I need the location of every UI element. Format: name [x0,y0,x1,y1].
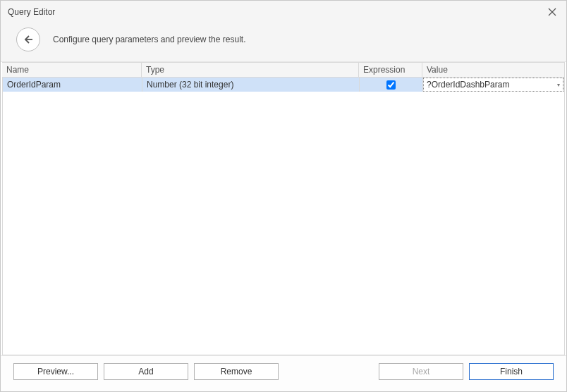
wizard-subtitle: Configure query parameters and preview t… [53,35,245,44]
titlebar: Query Editor [1,1,566,22]
parameters-grid: Name Type Expression Value OrderIdParam … [2,62,565,355]
expression-checkbox[interactable] [386,80,396,90]
close-icon [548,8,556,16]
table-row[interactable]: OrderIdParam Number (32 bit integer) ?Or… [3,78,564,92]
column-header-type[interactable]: Type [142,63,359,77]
window-title: Query Editor [8,7,55,17]
finish-button[interactable]: Finish [469,363,554,380]
cell-type[interactable]: Number (32 bit integer) [142,78,360,92]
cell-value[interactable]: ?OrderIdDashbParam ▾ [423,78,564,92]
column-header-name[interactable]: Name [2,63,142,77]
preview-button[interactable]: Preview... [13,363,98,380]
add-button[interactable]: Add [104,363,188,380]
column-header-expression[interactable]: Expression [359,63,422,77]
cell-expression[interactable] [360,78,423,92]
value-editor[interactable]: ?OrderIdDashbParam ▾ [423,78,563,92]
close-button[interactable] [545,5,559,19]
column-header-value[interactable]: Value [422,63,565,77]
grid-body[interactable]: OrderIdParam Number (32 bit integer) ?Or… [2,78,565,355]
cell-name[interactable]: OrderIdParam [3,78,142,92]
next-button: Next [379,363,463,380]
remove-button[interactable]: Remove [194,363,279,380]
spacer [284,363,373,380]
chevron-down-icon[interactable]: ▾ [557,82,560,88]
wizard-header: Configure query parameters and preview t… [1,22,566,62]
footer: Preview... Add Remove Next Finish [1,355,566,391]
value-text: ?OrderIdDashbParam [427,80,509,90]
grid-header: Name Type Expression Value [2,62,565,78]
arrow-left-icon [23,34,34,45]
query-editor-dialog: Query Editor Configure query parameters … [0,0,567,392]
back-button[interactable] [16,27,40,51]
